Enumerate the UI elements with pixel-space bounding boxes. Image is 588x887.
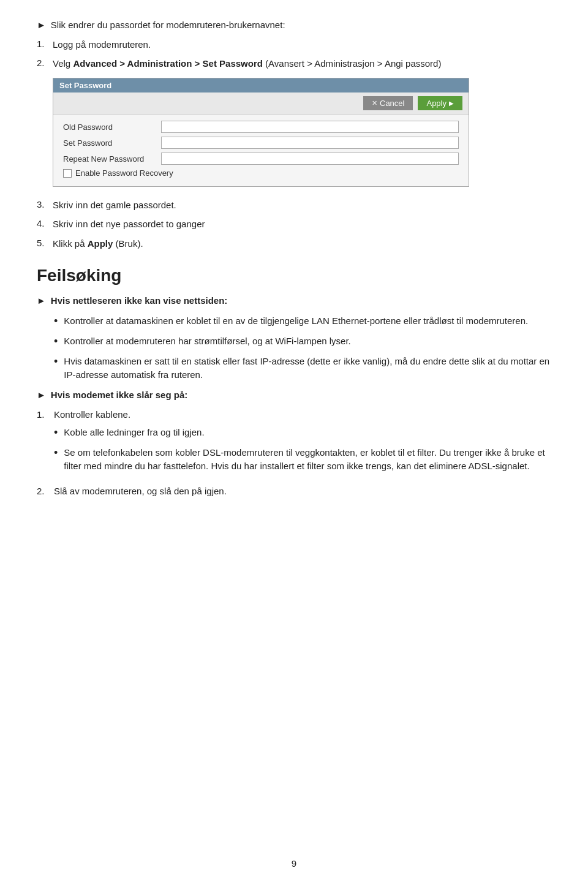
repeat-password-row: Repeat New Password	[63, 153, 459, 165]
intro-heading-text: Slik endrer du passordet for modemrutere…	[51, 18, 285, 32]
section-1-arrow-icon: ►	[37, 294, 46, 308]
bullet-1-3-text: Hvis datamaskinen er satt til en statisk…	[64, 355, 551, 382]
set-password-screenshot: Set Password Cancel Apply Old Password S…	[53, 78, 469, 187]
set-password-input[interactable]	[161, 137, 459, 149]
section-1-heading: Hvis nettleseren ikke kan vise nettsiden…	[51, 294, 227, 308]
old-password-label: Old Password	[63, 123, 161, 132]
step-5-text: Klikk på Apply (Bruk).	[53, 236, 143, 251]
section-2-item-2: 2. Slå av modemruteren, og slå den på ig…	[37, 485, 551, 499]
enable-recovery-label: Enable Password Recovery	[75, 168, 173, 178]
section-2-bullet-2: • Se om telefonkabelen som kobler DSL-mo…	[54, 446, 551, 474]
password-recovery-row: Enable Password Recovery	[63, 168, 459, 178]
main-content: ► Slik endrer du passordet for modemrute…	[37, 18, 551, 498]
cancel-button[interactable]: Cancel	[363, 96, 413, 110]
section-nettleseren: ► Hvis nettleseren ikke kan vise nettsid…	[37, 294, 551, 308]
step-5: 5. Klikk på Apply (Bruk).	[37, 236, 551, 251]
screenshot-form: Old Password Set Password Repeat New Pas…	[53, 115, 469, 186]
step-1: 1. Logg på modemruteren.	[37, 37, 551, 51]
step-4: 4. Skriv inn det nye passordet to ganger	[37, 217, 551, 231]
step-2-after: (Avansert > Administrasjon > Angi passor…	[263, 58, 442, 69]
step-2-before: Velg	[53, 58, 73, 69]
arrow-icon: ►	[37, 18, 46, 32]
section-2-item-1: 1. Kontroller kablene. • Koble alle ledn…	[37, 408, 551, 480]
feilsoking-title: Feilsøking	[37, 265, 551, 286]
section-modemet: ► Hvis modemet ikke slår seg på:	[37, 388, 551, 402]
bullet-1-2-dot: •	[54, 333, 58, 350]
screenshot-toolbar: Cancel Apply	[53, 92, 469, 115]
repeat-password-label: Repeat New Password	[63, 154, 161, 164]
bullet-1-1: • Kontroller at datamaskinen er koblet t…	[54, 314, 551, 330]
bullet-1-1-text: Kontroller at datamaskinen er koblet til…	[64, 314, 528, 328]
bullet-1-1-dot: •	[54, 313, 58, 330]
step-3: 3. Skriv inn det gamle passordet.	[37, 198, 551, 212]
step-5-number: 5.	[37, 236, 48, 251]
section-2-item-1-num: 1.	[37, 408, 49, 422]
section-2-item-2-text: Slå av modemruteren, og slå den på igjen…	[54, 485, 227, 499]
bullet-1-3-dot: •	[54, 353, 58, 370]
step-3-number: 3.	[37, 198, 48, 212]
step-1-text: Logg på modemruteren.	[53, 37, 151, 51]
section-2-bullet-1-text: Koble alle ledninger fra og til igjen.	[64, 426, 204, 440]
step-5-before: Klikk på	[53, 238, 88, 249]
old-password-row: Old Password	[63, 121, 459, 133]
step-2-text: Velg Advanced > Administration > Set Pas…	[53, 56, 441, 70]
step-5-after: (Bruk).	[113, 238, 143, 249]
step-2-bold: Advanced > Administration > Set Password	[73, 58, 263, 69]
intro-arrow-heading: ► Slik endrer du passordet for modemrute…	[37, 18, 551, 32]
set-password-row: Set Password	[63, 137, 459, 149]
page-number: 9	[292, 858, 296, 869]
step-3-text: Skriv inn det gamle passordet.	[53, 198, 176, 212]
enable-recovery-checkbox[interactable]	[63, 169, 72, 178]
apply-button[interactable]: Apply	[418, 96, 462, 110]
step-4-text: Skriv inn det nye passordet to ganger	[53, 217, 205, 231]
bullet-1-2: • Kontroller at modemruteren har strømti…	[54, 334, 551, 350]
section-2-item-2-num: 2.	[37, 485, 49, 499]
section-2-item-1-text: Kontroller kablene.	[54, 409, 130, 420]
set-password-label: Set Password	[63, 138, 161, 148]
step-4-number: 4.	[37, 217, 48, 231]
bullet-1-3: • Hvis datamaskinen er satt til en stati…	[54, 355, 551, 382]
old-password-input[interactable]	[161, 121, 459, 133]
step-2: 2. Velg Advanced > Administration > Set …	[37, 56, 551, 70]
section-2-bullet-1-dot: •	[54, 425, 58, 441]
section-2-arrow-icon: ►	[37, 388, 46, 402]
step-5-bold: Apply	[88, 238, 113, 249]
section-1-bullets: • Kontroller at datamaskinen er koblet t…	[54, 314, 551, 382]
section-2-item-1-bullets: • Koble alle ledninger fra og til igjen.…	[54, 426, 551, 474]
section-2-bullet-1: • Koble alle ledninger fra og til igjen.	[54, 426, 551, 441]
section-2-heading: Hvis modemet ikke slår seg på:	[51, 388, 187, 402]
section-2-bullet-2-text: Se om telefonkabelen som kobler DSL-mode…	[64, 446, 551, 474]
step-2-number: 2.	[37, 56, 48, 70]
repeat-password-input[interactable]	[161, 153, 459, 165]
bullet-1-2-text: Kontroller at modemruteren har strømtilf…	[64, 334, 350, 349]
screenshot-title: Set Password	[53, 78, 469, 92]
section-2-bullet-2-dot: •	[54, 445, 58, 461]
section-2-item-1-content: Kontroller kablene. • Koble alle ledning…	[54, 408, 551, 480]
step-1-number: 1.	[37, 37, 48, 51]
